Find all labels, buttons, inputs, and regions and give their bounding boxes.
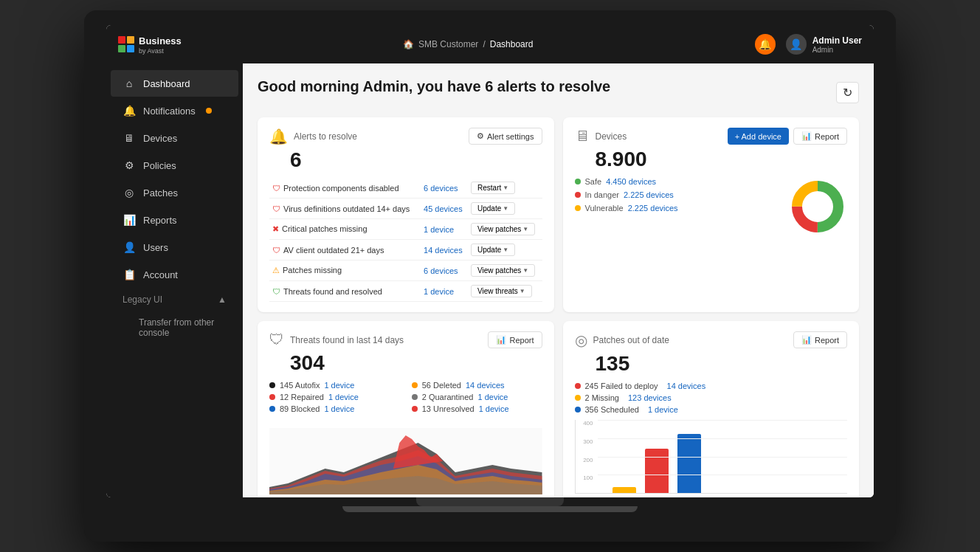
quarantined-link[interactable]: 1 device <box>477 393 508 401</box>
patches-card: ◎ Patches out of date 📊 Report 135 <box>563 321 860 497</box>
devices-card-header: 🖥 Devices + Add device 📊 Report <box>575 128 848 145</box>
bar-red <box>645 449 669 493</box>
avg-squares-icon <box>118 36 134 52</box>
unresolved-dot <box>412 406 418 412</box>
alert-action-button[interactable]: View threats ▼ <box>471 285 532 297</box>
devices-icon: 🖥 <box>122 132 136 144</box>
sidebar-item-dashboard[interactable]: ⌂ Dashboard <box>111 70 238 97</box>
patches-legend-scheduled: 356 Scheduled 1 device <box>575 405 848 414</box>
blocked-link[interactable]: 1 device <box>324 404 354 413</box>
legacy-ui-section[interactable]: Legacy UI ▲ <box>111 289 238 311</box>
unresolved-text: 13 Unresolved <box>422 404 475 413</box>
alert-count[interactable]: 1 device <box>424 225 454 234</box>
alert-row-icon: ✖ <box>272 224 279 233</box>
scheduled-dot <box>575 407 581 413</box>
user-avatar-icon: 👤 <box>786 34 807 55</box>
logo-sub-text: by Avast <box>139 47 182 55</box>
alert-count[interactable]: 1 device <box>424 287 454 296</box>
deleted-text: 56 Deleted <box>422 381 461 390</box>
sidebar-item-patches[interactable]: ◎ Patches <box>111 179 238 206</box>
breadcrumb-customer[interactable]: SMB Customer <box>418 39 478 49</box>
repaired-dot <box>269 394 275 400</box>
autofix-link[interactable]: 1 device <box>324 381 354 390</box>
alert-settings-button[interactable]: ⚙ Alert settings <box>469 128 542 145</box>
alert-row-icon: 🛡 <box>272 246 280 255</box>
table-row: 🛡Threats found and resolved 1 device Vie… <box>269 281 542 302</box>
alert-text: Threats found and resolved <box>283 287 382 296</box>
sidebar-policies-label: Policies <box>143 160 176 171</box>
threat-legend-repaired: 12 Repaired 1 device <box>269 393 400 401</box>
alert-count[interactable]: 6 devices <box>424 184 458 193</box>
sidebar-reports-label: Reports <box>143 215 177 226</box>
bar-blue <box>677 434 701 493</box>
missing-link[interactable]: 123 devices <box>628 393 672 402</box>
sidebar-item-notifications[interactable]: 🔔 Notifications <box>111 97 238 124</box>
sq1 <box>118 36 125 44</box>
failed-link[interactable]: 14 devices <box>667 382 706 390</box>
devices-value: 8.900 <box>596 148 848 171</box>
alert-action-button[interactable]: Update ▼ <box>471 244 515 256</box>
patches-title: Patches out of date <box>593 335 669 345</box>
table-row: 🛡Virus definitions outdated 14+ days 45 … <box>269 199 542 219</box>
sidebar-item-users[interactable]: 👤 Users <box>111 234 238 261</box>
alert-action-button[interactable]: View patches ▼ <box>471 264 535 277</box>
threats-report-button[interactable]: 📊 Report <box>488 331 542 348</box>
unresolved-link[interactable]: 1 device <box>479 404 509 413</box>
alerts-card-header: 🔔 Alerts to resolve ⚙ Alert settings <box>269 128 542 145</box>
safe-value[interactable]: 4.450 devices <box>606 177 656 186</box>
repaired-link[interactable]: 1 device <box>328 393 359 401</box>
sidebar-item-transfer[interactable]: Transfer from other console <box>106 311 243 344</box>
alert-count[interactable]: 6 devices <box>424 266 458 275</box>
alert-action-button[interactable]: Restart ▼ <box>471 182 515 194</box>
app-layout: ⌂ Dashboard 🔔 Notifications 🖥 Devices ⚙ … <box>106 63 874 497</box>
threats-card: 🛡 Threats found in last 14 days 📊 Report… <box>258 321 554 497</box>
alerts-title-area: 🔔 Alerts to resolve <box>269 128 357 145</box>
blocked-text: 89 Blocked <box>280 404 320 413</box>
patches-report-button[interactable]: 📊 Report <box>793 331 847 348</box>
sidebar-item-account[interactable]: 📋 Account <box>111 261 238 288</box>
sidebar-item-devices[interactable]: 🖥 Devices <box>111 125 238 151</box>
quarantined-text: 2 Quarantined <box>422 393 474 401</box>
table-row: ⚠Patches missing 6 devices View patches … <box>269 261 542 281</box>
threat-stats: 145 Autofix 1 device 12 Repaired 1 devic… <box>269 381 542 416</box>
refresh-button[interactable]: ↻ <box>836 82 859 103</box>
avg-logo: Business by Avast <box>118 34 182 55</box>
devices-layout: Safe 4.450 devices In danger 2.225 devic… <box>575 177 848 236</box>
patches-value: 135 <box>596 352 848 376</box>
sidebar-item-reports[interactable]: 📊 Reports <box>111 207 238 233</box>
alerts-bell-icon: 🔔 <box>269 128 288 145</box>
alert-text: Protection components disabled <box>283 184 399 193</box>
sq3 <box>118 45 125 52</box>
notification-bell-icon[interactable]: 🔔 <box>755 34 776 55</box>
notifications-icon: 🔔 <box>122 105 136 117</box>
danger-value[interactable]: 2.225 devices <box>624 190 674 199</box>
threat-legend-deleted: 56 Deleted 14 devices <box>412 381 542 390</box>
alert-count[interactable]: 14 devices <box>424 246 463 255</box>
sidebar-item-policies[interactable]: ⚙ Policies <box>111 152 238 179</box>
alert-row-icon: ⚠ <box>272 266 280 275</box>
threats-title: Threats found in last 14 days <box>290 335 404 345</box>
devices-report-button[interactable]: 📊 Report <box>793 128 847 145</box>
alert-count[interactable]: 45 devices <box>424 204 463 213</box>
alert-action-button[interactable]: Update ▼ <box>471 202 515 215</box>
add-device-button[interactable]: + Add device <box>728 128 789 145</box>
dropdown-arrow-icon: ▼ <box>503 205 508 212</box>
vulnerable-label: Vulnerable <box>585 204 624 213</box>
alert-action-button[interactable]: View patches ▼ <box>471 223 535 235</box>
alerts-table: 🛡Protection components disabled 6 device… <box>269 178 542 302</box>
failed-text: 245 Failed to deploy <box>585 382 658 390</box>
cards-row-2: 🛡 Threats found in last 14 days 📊 Report… <box>258 321 859 497</box>
patches-card-header: ◎ Patches out of date 📊 Report <box>575 331 848 349</box>
user-role: Admin <box>812 46 862 54</box>
user-info: 👤 Admin User Admin <box>786 34 862 55</box>
deleted-link[interactable]: 14 devices <box>466 381 505 390</box>
devices-report-label: Report <box>815 132 839 141</box>
scheduled-link[interactable]: 1 device <box>648 405 678 414</box>
dropdown-arrow-icon: ▼ <box>520 288 525 294</box>
vulnerable-value[interactable]: 2.225 devices <box>628 204 678 213</box>
sq4 <box>127 45 134 52</box>
logo-main-text: Business <box>139 35 182 46</box>
donut-chart <box>788 177 847 236</box>
autofix-dot <box>269 382 275 388</box>
patches-bar-chart: 400 300 200 100 <box>575 420 848 497</box>
